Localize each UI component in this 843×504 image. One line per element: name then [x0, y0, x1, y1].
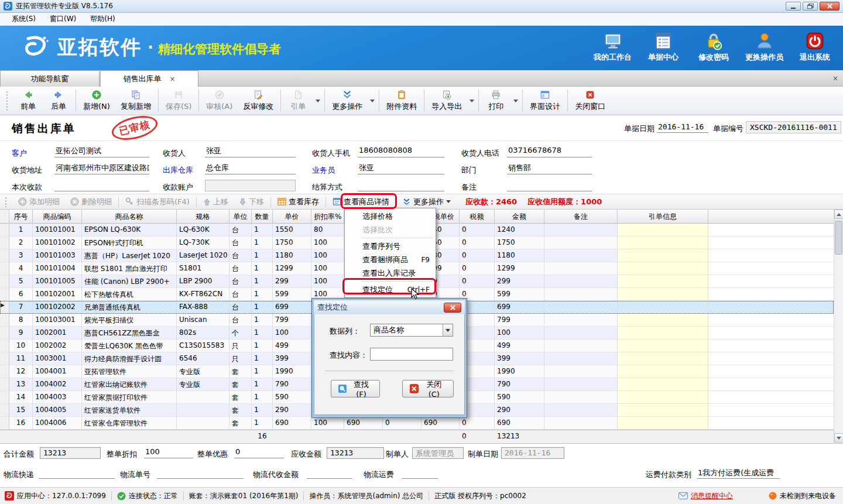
- add-button[interactable]: 新增(N): [78, 88, 115, 114]
- menu-system[interactable]: 系统(S): [6, 13, 42, 25]
- close-window-button[interactable]: [820, 2, 839, 11]
- cell: 1: [252, 236, 273, 249]
- cell: [177, 404, 229, 417]
- doc-center-button[interactable]: 单据中心: [645, 32, 682, 63]
- salesman-field[interactable]: 张亚: [358, 163, 444, 174]
- import-export-button[interactable]: 导入导出: [426, 88, 467, 114]
- salesman-label[interactable]: 业务员: [312, 165, 335, 176]
- doc-date-value[interactable]: 2016-11-16: [657, 122, 708, 133]
- dept-field[interactable]: 销售部: [507, 163, 592, 174]
- cod-amount-value[interactable]: [307, 468, 352, 479]
- order-promo-value[interactable]: 0: [234, 447, 284, 458]
- cell: 台: [229, 249, 252, 262]
- data-column-select[interactable]: 商品名称: [370, 324, 453, 337]
- more-actions-button[interactable]: 更多操作: [327, 88, 368, 114]
- warehouse-label[interactable]: 出库仓库: [163, 165, 193, 176]
- remark-label: 备注: [461, 182, 477, 193]
- cell: 80: [311, 224, 344, 236]
- detail-more-actions-button[interactable]: 更多操作: [398, 196, 455, 208]
- column-header[interactable]: 折扣率%: [311, 210, 344, 224]
- column-header[interactable]: 商品编码: [33, 210, 82, 224]
- combo-dropdown-button[interactable]: [443, 324, 453, 336]
- view-stock-button[interactable]: 查看库存: [273, 196, 323, 208]
- dialog-titlebar[interactable]: 查找定位: [314, 300, 465, 314]
- dialog-close-action-button[interactable]: 关闭(C): [402, 380, 454, 397]
- import-export-caret[interactable]: [467, 100, 477, 102]
- column-header[interactable]: 数量: [252, 210, 273, 224]
- context-menu-item[interactable]: 查看出入库记录: [345, 266, 436, 280]
- create-date-value: 2016-11-16: [501, 447, 564, 459]
- account-set-text: 账套：演示账套01 (2016年第1期): [189, 491, 299, 501]
- column-header[interactable]: 单位: [229, 210, 252, 224]
- ref-doc-caret[interactable]: [313, 100, 323, 102]
- menu-help[interactable]: 帮助(H): [84, 13, 121, 25]
- scroll-down-button[interactable]: [834, 433, 843, 443]
- cell: 6546: [177, 352, 229, 365]
- print-button[interactable]: 打印: [481, 88, 511, 114]
- switch-operator-button[interactable]: 更换操作员: [745, 32, 783, 63]
- cell: 790: [495, 378, 544, 391]
- freight-value[interactable]: [402, 468, 438, 479]
- column-header[interactable]: 商品名称: [82, 210, 177, 224]
- address-field[interactable]: 河南省郑州市中原区建设路口: [54, 163, 149, 174]
- menu-window[interactable]: 窗口(W): [44, 13, 82, 25]
- payment-field[interactable]: [54, 180, 149, 191]
- order-discount-value[interactable]: 100: [144, 447, 193, 458]
- vertical-scrollbar[interactable]: [834, 210, 843, 443]
- exit-system-button[interactable]: 退出系统: [796, 32, 834, 63]
- column-header[interactable]: 序号: [9, 210, 33, 224]
- context-menu-item[interactable]: 选择价格: [345, 210, 436, 223]
- column-header[interactable]: 税额: [460, 210, 495, 224]
- table-row[interactable]: 161004006红管家仓库管理软件套169010069006900690: [0, 417, 834, 430]
- copy-add-button[interactable]: 复制新增: [115, 88, 156, 114]
- column-header[interactable]: 规格: [177, 210, 229, 224]
- settle-field[interactable]: [358, 180, 444, 191]
- find-button[interactable]: 查找(F): [331, 380, 380, 397]
- maximize-button[interactable]: [803, 2, 818, 11]
- cell: 爱普生LQ630K 黑色色带: [82, 340, 177, 352]
- close-tab-button[interactable]: 关闭窗口: [570, 88, 611, 114]
- unaudit-button[interactable]: 反审修改: [238, 88, 279, 114]
- tab-close-icon[interactable]: ×: [169, 75, 175, 83]
- dialog-close-button[interactable]: [444, 303, 461, 313]
- logistics-no-value[interactable]: [157, 468, 244, 479]
- view-product-detail-button[interactable]: 查看商品详情: [328, 196, 393, 208]
- tab-sales-outbound[interactable]: 销售出库单 ×: [100, 70, 198, 87]
- column-header[interactable]: 金额: [495, 210, 544, 224]
- column-header[interactable]: 引单信息: [618, 210, 708, 224]
- phone-field[interactable]: 03716678678: [507, 146, 592, 157]
- find-content-input[interactable]: [370, 348, 453, 361]
- context-menu-item[interactable]: 查看序列号: [345, 239, 436, 253]
- change-password-button[interactable]: 修改密码: [695, 32, 732, 63]
- tabbar-close-icon[interactable]: ×: [832, 74, 838, 83]
- scrollbar-thumb[interactable]: [835, 221, 842, 255]
- cell: 台: [229, 288, 252, 301]
- column-header[interactable]: 备注: [544, 210, 618, 224]
- workbench-button[interactable]: 我的工作台: [594, 32, 632, 63]
- print-caret[interactable]: [511, 100, 520, 102]
- cell: 2: [9, 236, 33, 249]
- cell: 1003001: [33, 352, 82, 365]
- cell: 13: [9, 378, 33, 391]
- tab-nav-panel[interactable]: 功能导航窗: [0, 70, 100, 87]
- scroll-up-button[interactable]: [834, 210, 843, 219]
- message-center-link[interactable]: 消息提醒中心: [678, 491, 733, 501]
- express-value[interactable]: [39, 468, 115, 479]
- ui-design-button[interactable]: 界面设计: [525, 88, 566, 114]
- more-actions-caret[interactable]: [368, 100, 377, 102]
- cell: [544, 391, 618, 404]
- customer-field[interactable]: 亚拓公司测试: [54, 146, 149, 157]
- mobile-field[interactable]: 18608080808: [358, 146, 444, 157]
- context-menu-item[interactable]: 查找定位Ctrl+F: [345, 283, 436, 296]
- minimize-button[interactable]: [786, 2, 801, 11]
- prev-doc-button[interactable]: 前单: [13, 88, 43, 114]
- attachments-button[interactable]: 附件资料: [381, 88, 422, 114]
- column-header[interactable]: 单价: [273, 210, 311, 224]
- remark-field[interactable]: [507, 180, 592, 191]
- next-doc-button[interactable]: 后单: [43, 88, 74, 114]
- customer-label[interactable]: 客户: [12, 148, 27, 159]
- warehouse-field[interactable]: 总仓库: [205, 163, 296, 174]
- consignee-field[interactable]: 张亚: [205, 146, 296, 157]
- freight-type-value[interactable]: 1我方付运费(生成运费: [697, 468, 780, 479]
- context-menu-item[interactable]: 查看捆绑商品F9: [345, 253, 436, 266]
